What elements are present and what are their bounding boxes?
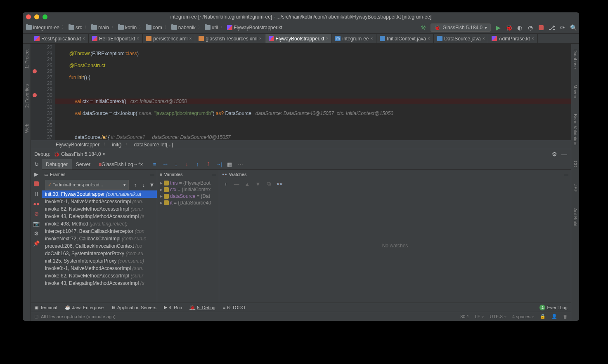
line-number[interactable]: 30 [31, 92, 52, 99]
up-icon[interactable]: ▲ [244, 181, 251, 187]
stack-frame[interactable]: invoke:43, DelegatingMethodAccessorImpl … [42, 279, 157, 287]
variable-item[interactable]: ▶ ctx = {InitialContex [158, 186, 218, 193]
prev-frame-icon[interactable]: ↑ [132, 181, 139, 188]
stack-frame[interactable]: invoke:498, Method (java.lang.reflect) [42, 220, 157, 228]
todo-tab[interactable]: ≡ 6: TODO [223, 305, 245, 310]
stack-frame[interactable]: invoke:62, NativeMethodAccessorImpl (sun… [42, 205, 157, 213]
run-to-cursor-icon[interactable]: →| [215, 161, 222, 168]
stack-frame[interactable]: invokeNext:72, CallbackChainImpl (com.su… [42, 235, 157, 242]
close-tab-icon[interactable]: × [259, 36, 262, 41]
editor-tab[interactable]: DataSource.java× [434, 34, 489, 43]
stop-icon[interactable] [538, 24, 544, 31]
editor-tab[interactable]: RestApplication.kt× [31, 34, 89, 43]
appservers-tab[interactable]: 🖥 Application Servers [111, 305, 156, 310]
gutter[interactable]: 22232425262728293031323334353637 [31, 44, 55, 140]
filter-icon[interactable]: ▼ [149, 181, 155, 188]
close-tab-icon[interactable]: × [532, 36, 534, 41]
stack-frame[interactable]: invoke0:-1, NativeMethodAccessorImpl (su… [42, 198, 157, 205]
close-tab-icon[interactable]: × [326, 36, 329, 41]
close-tab-icon[interactable]: × [483, 36, 485, 41]
stop-debug-icon[interactable] [33, 181, 40, 187]
editor-tab[interactable]: mintegrum-ee× [332, 34, 376, 43]
glasses-icon[interactable]: 👓 [276, 181, 283, 187]
editor-tab[interactable]: glassfish-resources.xml× [195, 34, 265, 43]
sidebar-web[interactable]: Web [24, 122, 30, 134]
line-number[interactable]: 25 [31, 63, 52, 69]
stack-frame[interactable]: intercept:1047, BeanCallbackInterceptor … [42, 228, 157, 235]
settings-icon[interactable]: ⚙ [33, 230, 40, 237]
variable-item[interactable]: ▶ it = {DataSource40 [158, 200, 218, 206]
line-number[interactable]: 36 [31, 128, 52, 134]
encoding[interactable]: UTF-8 ÷ [490, 314, 506, 319]
step-out-icon[interactable]: ↑ [194, 161, 201, 168]
breadcrumb-item[interactable]: integrum-ee [25, 25, 60, 31]
step-over-icon[interactable]: ⤻ [162, 161, 168, 168]
update-icon[interactable]: ⟳ [559, 24, 566, 31]
code-editor[interactable]: 22232425262728293031323334353637 @Throws… [31, 44, 571, 140]
camera-icon[interactable]: 📷 [33, 220, 40, 227]
line-number[interactable]: 28 [31, 80, 52, 87]
maximize-icon[interactable] [43, 14, 47, 19]
pause-icon[interactable]: ⏸ [33, 190, 40, 197]
add-watch-icon[interactable]: + [222, 181, 229, 187]
force-step-into-icon[interactable]: ↓ [183, 161, 190, 168]
evaluate-icon[interactable]: ▦ [226, 161, 233, 168]
vcs-icon[interactable]: ⎇ [549, 24, 555, 31]
coverage-icon[interactable]: ◐ [516, 24, 523, 31]
play-icon[interactable]: ▶ [495, 24, 502, 31]
stack-frame[interactable]: invoke:62, NativeMethodAccessorImpl (sun… [42, 272, 157, 279]
line-number[interactable]: 32 [31, 104, 52, 110]
javaee-tab[interactable]: ☕ Java Enterprise [65, 305, 104, 310]
more-icon[interactable]: ⋯ [237, 161, 244, 168]
debug-icon[interactable]: 🐞 [506, 24, 512, 31]
line-number[interactable]: 26 [31, 68, 52, 75]
sidebar-maven[interactable]: Maven [572, 83, 579, 100]
sidebar-jsf[interactable]: JSF [572, 183, 579, 194]
server-tab[interactable]: Server [72, 159, 95, 169]
status-icon[interactable]: ▢ [34, 314, 38, 319]
next-frame-icon[interactable]: ↓ [140, 181, 147, 188]
terminal-tab[interactable]: ▣ Terminal [34, 305, 57, 310]
sidebar-project[interactable]: 1: Project [24, 48, 30, 70]
line-number[interactable]: 24 [31, 56, 52, 63]
trash-icon[interactable]: 🗑 [563, 314, 568, 319]
breadcrumb-item[interactable]: FlywayBootstrapper.kt [226, 25, 283, 31]
stack-frame[interactable]: proceed:206, CallbackInvocationContext (… [42, 242, 157, 250]
close-tab-icon[interactable]: × [189, 36, 192, 41]
close-tab-icon[interactable]: × [371, 36, 373, 41]
minimize-panel-icon[interactable]: — [561, 151, 568, 157]
close-tab-icon[interactable]: × [137, 36, 139, 41]
minimize-icon[interactable] [34, 14, 39, 19]
line-number[interactable]: 29 [31, 87, 52, 93]
code-area[interactable]: @Throws(EJBException::class) @PostConstr… [55, 44, 571, 140]
step-into-icon[interactable]: ↓ [173, 161, 179, 168]
debug-session[interactable]: 🐞 GlassFish 5.184.0 × [54, 151, 105, 157]
stack-frame[interactable]: invoke:43, DelegatingMethodAccessorImpl … [42, 213, 157, 220]
indent[interactable]: 4 spaces ÷ [512, 314, 534, 319]
event-log-tab[interactable]: 2 Event Log [539, 305, 568, 310]
pin-icon[interactable]: 📌 [33, 240, 40, 247]
sidebar-cdi[interactable]: CDI [572, 159, 579, 170]
variable-item[interactable]: ▶ dataSource = {Dat [158, 193, 218, 200]
line-number[interactable]: 22 [31, 45, 52, 51]
run-config-selector[interactable]: 🐞 GlassFish 5.184.0 ▾ [431, 23, 491, 32]
hammer-icon[interactable]: ⚒ [420, 24, 426, 31]
line-number[interactable]: 37 [31, 134, 52, 140]
drop-frame-icon[interactable]: ⤴ [205, 161, 211, 168]
down-icon[interactable]: ▼ [255, 181, 261, 187]
breadcrumb-item[interactable]: nabenik [170, 25, 196, 31]
editor-tab[interactable]: InitialContext.java× [376, 34, 434, 43]
editor-tab[interactable]: FlywayBootstrapper.kt× [265, 34, 332, 43]
variables-list[interactable]: ▶ this = {FlywayBoot▶ ctx = {InitialCont… [157, 179, 219, 303]
sidebar-ant[interactable]: Ant Build [572, 207, 579, 228]
stack-frame[interactable]: init:30, FlywayBootstrapper (com.nabenik… [42, 190, 157, 198]
debugger-tab[interactable]: Debugger [42, 159, 72, 169]
glassfish-log-tab[interactable]: ≡ GlassFish Log →*× [95, 159, 147, 169]
thread-selector[interactable]: ✓"admin-thread-pool::ad...▾ [45, 180, 129, 190]
sidebar-bean-validation[interactable]: Bean Validation [572, 112, 579, 147]
line-number[interactable]: 35 [31, 122, 52, 129]
rerun-icon[interactable]: ↻ [33, 161, 40, 167]
sidebar-database[interactable]: Database [572, 48, 579, 70]
inspector-icon[interactable]: 👤 [551, 314, 557, 319]
trail-item[interactable]: dataSource.let{...} [134, 142, 173, 148]
